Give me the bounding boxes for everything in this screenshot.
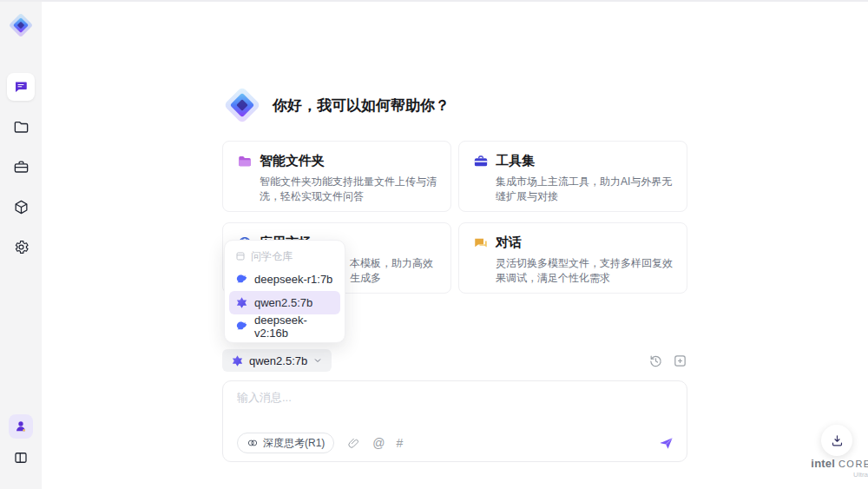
folder-icon <box>13 119 30 135</box>
card-smart-folder[interactable]: 智能文件夹 智能文件夹功能支持批量文件上传与清洗，轻松实现文件问答 <box>222 141 451 212</box>
send-icon[interactable] <box>658 435 674 452</box>
briefcase-icon <box>13 159 30 175</box>
new-chat-icon[interactable] <box>672 353 687 368</box>
deepseek-icon <box>235 273 248 286</box>
sidebar-item-settings[interactable] <box>7 233 35 261</box>
toolset-icon <box>473 154 489 169</box>
model-dropdown: 问学仓库 deepseek-r1:7b qwen2.5:7b <box>224 240 345 343</box>
card-toolset[interactable]: 工具集 集成市场上主流工具，助力AI与外界无缝扩展与对接 <box>458 141 687 212</box>
assistant-logo-icon <box>222 85 262 125</box>
sidebar-item-toolbox[interactable] <box>7 153 35 181</box>
model-option-deepseek-v2[interactable]: deepseek-v2:16b <box>229 314 340 338</box>
dialogue-icon <box>473 235 489 251</box>
card-title: 智能文件夹 <box>260 153 325 169</box>
smart-folder-icon <box>237 154 253 169</box>
user-icon <box>14 420 28 433</box>
model-selector-button[interactable]: qwen2.5:7b <box>222 349 332 372</box>
sidebar-nav <box>7 73 35 273</box>
download-icon <box>830 433 845 448</box>
repo-icon <box>235 251 246 261</box>
history-icon[interactable] <box>648 353 663 368</box>
intel-core-badge: intel core Ultra <box>802 457 868 479</box>
deepseek-icon <box>235 320 248 333</box>
prompt-template-icon[interactable]: # <box>397 437 404 449</box>
intel-product: core <box>838 459 868 469</box>
card-desc: 智能文件夹功能支持批量文件上传与清洗，轻松实现文件问答 <box>260 175 437 205</box>
composer: 深度思考(R1) @ # <box>222 380 687 462</box>
panel-icon <box>13 450 29 466</box>
sidebar-item-chat[interactable] <box>7 73 35 101</box>
sidebar-bottom <box>9 414 33 477</box>
deep-think-button[interactable]: 深度思考(R1) <box>237 433 334 453</box>
download-button[interactable] <box>821 425 852 456</box>
main-area: 你好，我可以如何帮助你？ 智能文件夹 智能文件夹功能支持批量文件上传与清洗，轻松… <box>42 2 868 489</box>
card-desc: 集成市场上主流工具，助力AI与外界无缝扩展与对接 <box>496 175 673 205</box>
card-title: 对话 <box>496 235 522 251</box>
mention-icon[interactable]: @ <box>372 437 385 449</box>
sidebar <box>0 2 42 489</box>
card-desc: 灵活切换多模型文件，支持多样回复效果调试，满足个性化需求 <box>496 256 673 287</box>
deep-think-icon <box>247 437 259 449</box>
chevron-down-icon <box>312 355 323 366</box>
app-logo-icon <box>6 10 36 40</box>
model-selector-value: qwen2.5:7b <box>249 354 307 367</box>
greeting-title: 你好，我可以如何帮助你？ <box>273 96 450 116</box>
greeting: 你好，我可以如何帮助你？ <box>222 85 687 125</box>
sidebar-item-panel-toggle[interactable] <box>9 446 33 470</box>
composer-toolbar: 深度思考(R1) @ # <box>237 433 674 453</box>
sidebar-item-profile[interactable] <box>9 414 33 439</box>
gear-icon <box>13 239 30 255</box>
card-dialogue[interactable]: 对话 灵活切换多模型文件，支持多样回复效果调试，满足个性化需求 <box>458 222 687 294</box>
cube-icon <box>13 199 30 215</box>
sidebar-item-models[interactable] <box>7 193 35 221</box>
intel-brand: intel <box>811 457 835 470</box>
deep-think-label: 深度思考(R1) <box>263 436 325 451</box>
intel-sub: Ultra <box>802 471 868 479</box>
chat-bubble-icon <box>13 79 29 95</box>
model-option-deepseek-r1[interactable]: deepseek-r1:7b <box>229 268 340 291</box>
model-repo-label: 问学仓库 <box>229 245 340 268</box>
model-option-qwen[interactable]: qwen2.5:7b <box>229 291 340 314</box>
app-window: 你好，我可以如何帮助你？ 智能文件夹 智能文件夹功能支持批量文件上传与清洗，轻松… <box>0 0 868 489</box>
message-input[interactable] <box>237 390 673 425</box>
qwen-model-icon <box>231 354 244 367</box>
attachment-icon[interactable] <box>345 435 361 451</box>
qwen-icon <box>235 296 248 309</box>
model-selector-row: qwen2.5:7b <box>222 349 687 372</box>
sidebar-item-folders[interactable] <box>7 113 35 141</box>
card-title: 工具集 <box>496 153 535 169</box>
